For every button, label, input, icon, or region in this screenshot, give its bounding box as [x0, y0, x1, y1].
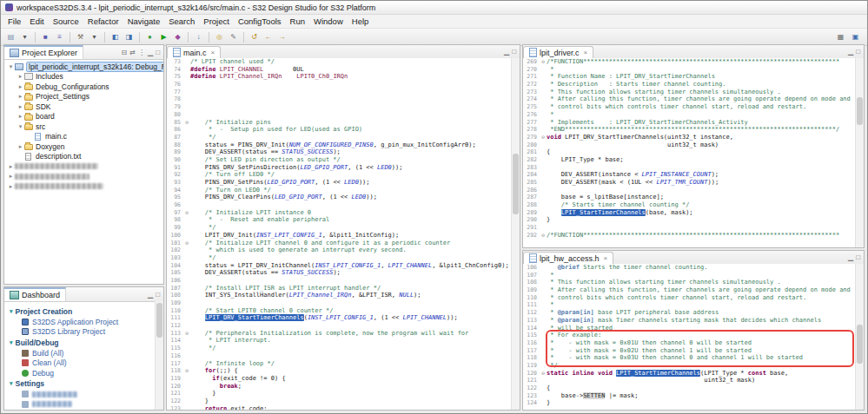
editor-scrollbar[interactable] [511, 58, 520, 410]
fold-marker-icon[interactable]: ⊖ [540, 232, 547, 240]
tab-lpit-driver-c[interactable]: lpit_driver.c × [523, 46, 593, 58]
fold-marker-icon[interactable]: ⊖ [183, 209, 190, 217]
dashboard-section-project-creation[interactable]: ▾Project Creation [4, 306, 163, 317]
fold-marker-icon[interactable]: ⊖ [540, 134, 547, 141]
menu-navigate[interactable]: Navigate [123, 16, 165, 27]
menu-search[interactable]: Search [164, 16, 199, 27]
new-dropdown-icon[interactable]: ▾ [18, 31, 31, 43]
maximize-icon[interactable]: □ [156, 49, 160, 56]
link-editor-icon[interactable]: ⇄ [129, 49, 136, 56]
dashboard-item-debug[interactable]: Debug [4, 368, 163, 378]
scrollbar-thumb[interactable] [156, 303, 162, 338]
menu-edit[interactable]: Edit [25, 16, 48, 27]
menu-configtools[interactable]: ConfigTools [234, 16, 286, 27]
menu-source[interactable]: Source [49, 16, 83, 27]
mark-occurrences-icon[interactable]: ✎ [227, 31, 240, 43]
main-editor-area[interactable]: 73/* LPIT channel used */74#define LPIT_… [167, 58, 520, 410]
driver-editor-area[interactable]: 269⊖/*FUNCTION**************************… [523, 58, 864, 247]
editor-scrollbar[interactable] [855, 58, 864, 247]
project-tree[interactable]: ▾lpit_periodic_interrupt_s32k146: Debug_… [4, 60, 163, 192]
main-c-code[interactable]: 73/* LPIT channel used */74#define LPIT_… [167, 58, 512, 410]
menu-help[interactable]: Help [348, 16, 374, 27]
tree-expand-arrow[interactable]: ▸ [7, 173, 15, 180]
run-icon[interactable]: ▶ [157, 31, 170, 43]
tree-item-project-settings[interactable]: ▸Project_Settings [4, 92, 163, 102]
tree-expand-arrow[interactable]: ▸ [7, 163, 15, 170]
scrollbar-thumb[interactable] [513, 154, 519, 214]
tree-item-redacted[interactable]: ▸ [4, 161, 163, 172]
dashboard-item-s32ds-library-project[interactable]: S32DS Library Project [4, 327, 163, 338]
dashboard-item-redacted[interactable] [4, 390, 163, 400]
new-wizard-icon[interactable]: ▤ [4, 31, 17, 43]
menu-project[interactable]: Project [199, 16, 234, 27]
lpit-driver-code[interactable]: 269⊖/*FUNCTION**************************… [523, 58, 856, 247]
tree-expand-arrow[interactable]: ▸ [17, 113, 24, 120]
cpp-perspective-icon[interactable]: ▣ [849, 31, 862, 43]
tree-expand-arrow[interactable]: ▸ [17, 103, 24, 110]
close-tab-icon[interactable]: × [584, 49, 588, 56]
tree-item-includes[interactable]: ▸Includes [4, 72, 163, 82]
dashboard-item-build-all[interactable]: Build (All) [4, 348, 163, 358]
tree-item-lpit-periodic-interrupt-s32k146-debug-ram[interactable]: ▾lpit_periodic_interrupt_s32k146: Debug_… [4, 62, 163, 72]
last-edit-location-icon[interactable]: ↺ [248, 31, 261, 43]
build-icon[interactable]: ⚒ [74, 31, 87, 43]
tree-item-redacted[interactable]: ▸ [4, 181, 163, 192]
new-c-project-icon[interactable]: ◧ [109, 31, 122, 43]
dashboard-item-clean-all[interactable]: Clean (All) [4, 358, 163, 369]
menu-refactor[interactable]: Refactor [83, 16, 123, 27]
dashboard-section-settings[interactable]: ▾Settings [4, 378, 163, 390]
open-perspective-icon[interactable]: ▦ [834, 31, 847, 43]
editor-scrollbar[interactable] [855, 264, 864, 410]
collapse-all-icon[interactable]: ⊟ [122, 49, 128, 56]
minimize-icon[interactable]: ▁ [148, 49, 153, 56]
dashboard-scrollbar[interactable] [155, 301, 163, 410]
fold-marker-icon[interactable]: ⊖ [183, 367, 190, 375]
maximize-icon[interactable]: □ [512, 48, 516, 56]
tree-expand-arrow[interactable]: ▾ [17, 123, 24, 130]
fold-marker-icon[interactable]: ⊖ [540, 370, 547, 378]
search-icon[interactable]: ◎ [213, 31, 226, 43]
fold-marker-icon[interactable]: ⊖ [183, 330, 190, 338]
tab-lpit-hw-access-h[interactable]: lpit_hw_access.h × [523, 252, 613, 264]
fold-marker-icon[interactable]: ⊖ [183, 240, 190, 247]
tree-expand-arrow[interactable]: ▸ [17, 83, 24, 90]
dashboard-item-redacted[interactable] [4, 399, 163, 410]
tab-main-c[interactable]: main.c × [167, 46, 221, 58]
lpit-hw-access-code[interactable]: 106 @brief Starts the timer channel coun… [523, 264, 856, 410]
maximize-icon[interactable]: □ [856, 253, 860, 261]
save-icon[interactable]: ■ [39, 31, 52, 43]
tree-item-sdk[interactable]: ▸SDK [4, 102, 163, 112]
tree-item-board[interactable]: ▸board [4, 112, 163, 122]
forward-icon[interactable]: → [275, 31, 288, 43]
tree-expand-arrow[interactable]: ▸ [17, 73, 24, 80]
menu-file[interactable]: File [3, 16, 25, 27]
tree-item-description-txt[interactable]: description.txt [4, 152, 163, 162]
tree-expand-arrow[interactable]: ▾ [7, 63, 15, 70]
maximize-icon[interactable]: □ [856, 48, 860, 56]
view-menu-icon[interactable]: ⋮ [138, 49, 145, 56]
fold-marker-icon[interactable]: ⊖ [540, 58, 547, 66]
tree-expand-arrow[interactable]: ▸ [17, 93, 24, 100]
project-explorer-tab[interactable]: Project Explorer [4, 45, 83, 59]
back-icon[interactable]: ← [262, 31, 275, 43]
menu-window[interactable]: Window [309, 16, 348, 27]
profile-icon[interactable]: ◆ [171, 31, 184, 43]
hw-editor-area[interactable]: 106 @brief Starts the timer channel coun… [523, 264, 864, 410]
update-icon[interactable]: ↓ [192, 31, 205, 43]
new-cpp-project-icon[interactable]: ◨ [123, 31, 136, 43]
minimize-icon[interactable]: ▁ [848, 48, 853, 56]
close-tab-icon[interactable]: × [211, 49, 215, 56]
tree-item-redacted[interactable]: ▸ [4, 172, 163, 182]
debug-icon[interactable]: ● [143, 31, 156, 43]
tree-expand-arrow[interactable]: ▸ [7, 183, 15, 190]
close-tab-icon[interactable]: × [604, 254, 608, 262]
dashboard-section-build-debug[interactable]: ▾Build/Debug [4, 337, 163, 348]
minimize-icon[interactable]: ▁ [148, 291, 153, 299]
scrollbar-thumb[interactable] [857, 97, 863, 125]
dashboard-item-s32ds-application-project[interactable]: S32DS Application Project [4, 317, 163, 327]
tree-item-doxygen[interactable]: ▸Doxygen [4, 141, 163, 152]
fold-marker-icon[interactable]: ⊖ [183, 119, 190, 127]
scrollbar-thumb[interactable] [857, 325, 863, 364]
tree-item-main-c[interactable]: main.c [4, 132, 163, 142]
minimize-icon[interactable]: ▁ [504, 48, 509, 56]
